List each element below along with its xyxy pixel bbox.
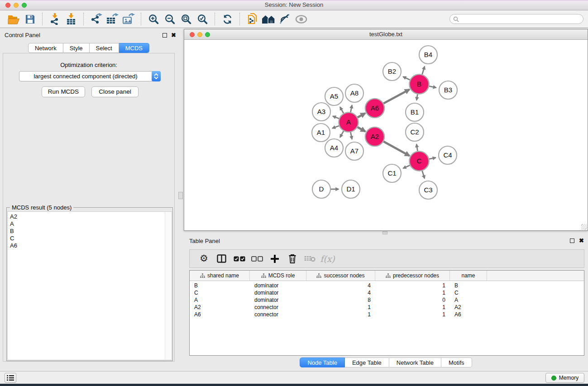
graph-edge-a-a6[interactable] bbox=[358, 113, 365, 117]
graph-edge-b-b2[interactable] bbox=[403, 76, 410, 80]
table-row[interactable]: Bdominator41B bbox=[190, 282, 584, 289]
graph-edge-c-c4[interactable] bbox=[429, 157, 436, 159]
table-row[interactable]: A2connector11A2 bbox=[190, 304, 584, 311]
graph-node-a1[interactable]: A1 bbox=[312, 124, 330, 142]
graph-node-a3[interactable]: A3 bbox=[312, 103, 330, 121]
tab-edge-table[interactable]: Edge Table bbox=[345, 357, 389, 367]
table-settings-icon[interactable]: ⚙ bbox=[195, 250, 213, 267]
optimization-criterion-dropdown[interactable]: largest connected component (directed) bbox=[19, 71, 161, 81]
graph-edge-b-b3[interactable] bbox=[429, 86, 436, 87]
export-table-icon[interactable] bbox=[104, 12, 120, 26]
graph-edge-a-a1[interactable] bbox=[332, 126, 339, 129]
graph-edge-c-c3[interactable] bbox=[422, 171, 425, 178]
graph-edge-c-c1[interactable] bbox=[403, 165, 410, 168]
graph-node-c1[interactable]: C1 bbox=[383, 164, 401, 182]
graph-edge-a-a5[interactable] bbox=[340, 107, 344, 114]
network-canvas[interactable]: AA6A2BCA1A3A4A5A7A8B1B2B3B4C1C2C3C4DD1 bbox=[184, 40, 588, 230]
refresh-icon[interactable] bbox=[219, 12, 235, 26]
graph-edge-b-b1[interactable] bbox=[416, 94, 417, 100]
graph-node-a5[interactable]: A5 bbox=[325, 87, 343, 105]
mcds-result-item[interactable]: A2 bbox=[8, 212, 172, 220]
open-session-icon[interactable] bbox=[5, 12, 22, 26]
new-network-from-selection-icon[interactable] bbox=[244, 12, 260, 26]
graph-edge-a-a7[interactable] bbox=[350, 132, 352, 139]
graph-edge-a-a4[interactable] bbox=[340, 131, 344, 138]
graph-node-d[interactable]: D bbox=[312, 180, 330, 198]
graph-edge-c-c2[interactable] bbox=[416, 144, 417, 151]
horizontal-splitter-grip[interactable] bbox=[382, 231, 387, 234]
export-image-icon[interactable] bbox=[120, 12, 137, 26]
mcds-result-item[interactable]: A6 bbox=[8, 242, 172, 249]
run-mcds-button[interactable]: Run MCDS bbox=[42, 86, 85, 97]
control-panel-float-button[interactable] bbox=[163, 33, 167, 38]
graph-node-b[interactable]: B bbox=[410, 75, 429, 94]
mcds-result-list[interactable]: A2ABCA6 bbox=[7, 211, 172, 360]
tab-node-table[interactable]: Node Table bbox=[300, 357, 345, 367]
add-column-icon[interactable] bbox=[266, 250, 283, 267]
zoom-selected-icon[interactable] bbox=[194, 12, 210, 26]
zoom-out-icon[interactable] bbox=[162, 12, 178, 26]
graph-edge-b-b4[interactable] bbox=[422, 67, 425, 75]
close-panel-button[interactable]: Close panel bbox=[91, 86, 139, 97]
table-row[interactable]: Adominator80A bbox=[190, 296, 584, 304]
control-panel-close-button[interactable]: ✖ bbox=[171, 33, 176, 38]
graph-node-a6[interactable]: A6 bbox=[365, 99, 384, 118]
import-table-icon[interactable] bbox=[63, 12, 79, 26]
delete-column-icon[interactable] bbox=[283, 250, 301, 267]
mcds-result-item[interactable]: A bbox=[8, 220, 172, 228]
network-zoom-button[interactable] bbox=[205, 32, 210, 37]
graph-node-c[interactable]: C bbox=[410, 152, 429, 171]
tab-style[interactable]: Style bbox=[63, 43, 90, 53]
graph-node-a[interactable]: A bbox=[339, 113, 359, 132]
select-all-icon[interactable] bbox=[230, 250, 248, 267]
graph-edge-a-a3[interactable] bbox=[333, 116, 339, 119]
graph-node-b2[interactable]: B2 bbox=[383, 62, 401, 81]
network-close-button[interactable] bbox=[190, 32, 195, 37]
show-graphics-details-icon[interactable] bbox=[293, 12, 309, 26]
graph-edge-a-a2[interactable] bbox=[358, 127, 365, 132]
mcds-result-item[interactable]: B bbox=[8, 228, 172, 235]
network-minimize-button[interactable] bbox=[197, 32, 202, 37]
table-row[interactable]: Cdominator41C bbox=[190, 289, 584, 296]
graph-node-a8[interactable]: A8 bbox=[345, 84, 363, 102]
column-header-successor-nodes[interactable]: successor nodes bbox=[306, 271, 375, 281]
tab-mcds[interactable]: MCDS bbox=[119, 43, 149, 53]
task-history-button[interactable] bbox=[5, 373, 16, 383]
show-all-networks-icon[interactable] bbox=[260, 12, 277, 26]
graph-edge-a2-c[interactable] bbox=[383, 142, 409, 156]
tab-select[interactable]: Select bbox=[90, 43, 119, 53]
delete-table-icon[interactable] bbox=[301, 250, 319, 267]
tab-motifs[interactable]: Motifs bbox=[441, 357, 472, 367]
search-field[interactable] bbox=[449, 14, 583, 24]
show-column-icon[interactable] bbox=[213, 250, 230, 267]
import-network-icon[interactable] bbox=[47, 12, 63, 26]
column-header-mcds-role[interactable]: MCDS role bbox=[250, 271, 306, 281]
tab-network[interactable]: Network bbox=[28, 43, 63, 53]
graph-node-b3[interactable]: B3 bbox=[439, 81, 457, 99]
column-header-predecessor-nodes[interactable]: predecessor nodes bbox=[375, 271, 450, 281]
graph-edge-a-a8[interactable] bbox=[350, 105, 352, 112]
unselect-all-icon[interactable] bbox=[248, 250, 266, 267]
export-network-icon[interactable] bbox=[88, 12, 104, 26]
graph-node-b4[interactable]: B4 bbox=[419, 46, 437, 64]
graph-edge-a6-b[interactable] bbox=[383, 90, 409, 104]
window-resize-grip[interactable] bbox=[581, 224, 587, 230]
zoom-fit-icon[interactable] bbox=[178, 12, 194, 26]
graph-node-a7[interactable]: A7 bbox=[345, 142, 363, 160]
tab-network-table[interactable]: Network Table bbox=[389, 357, 441, 367]
hide-annotations-icon[interactable] bbox=[277, 12, 293, 26]
mcds-result-item[interactable]: C bbox=[8, 235, 172, 242]
column-header-name[interactable]: name bbox=[450, 271, 487, 281]
table-row[interactable]: A6connector11A6 bbox=[190, 311, 584, 318]
graph-node-b1[interactable]: B1 bbox=[406, 103, 424, 121]
graph-node-d1[interactable]: D1 bbox=[342, 180, 360, 198]
memory-button[interactable]: Memory bbox=[545, 373, 584, 383]
graph-node-c2[interactable]: C2 bbox=[406, 123, 424, 141]
table-panel-float-button[interactable] bbox=[570, 238, 574, 243]
zoom-in-icon[interactable] bbox=[145, 12, 162, 26]
save-session-icon[interactable] bbox=[22, 12, 38, 26]
column-header-shared-name[interactable]: shared name bbox=[190, 271, 250, 281]
graph-node-a2[interactable]: A2 bbox=[365, 127, 384, 146]
vertical-splitter-grip[interactable] bbox=[178, 192, 183, 199]
search-input[interactable] bbox=[459, 15, 583, 23]
